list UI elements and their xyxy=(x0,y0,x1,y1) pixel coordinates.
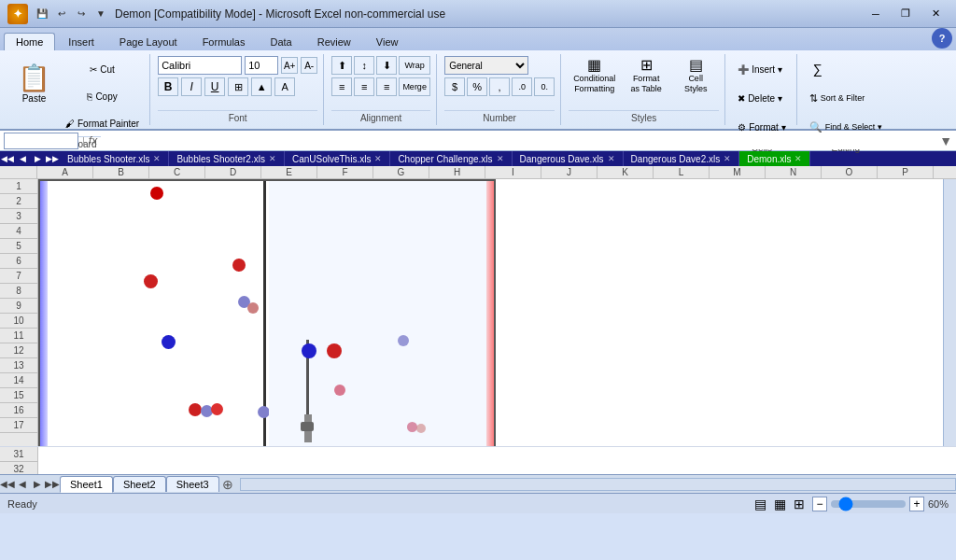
row-header-31[interactable]: 31 xyxy=(0,447,37,462)
format-as-table-btn[interactable]: ⊞ Format as Table xyxy=(623,56,669,93)
col-header-H[interactable]: H xyxy=(429,166,485,179)
wb-scroll-prev-btn[interactable]: ◀ xyxy=(15,151,30,166)
number-format-select[interactable]: General xyxy=(444,56,528,75)
wb-tab-0[interactable]: Bubbles Shooter.xls ✕ xyxy=(60,151,169,166)
align-left-btn[interactable]: ≡ xyxy=(331,77,352,96)
font-color-btn[interactable]: A xyxy=(274,77,295,96)
sheet-tab-sheet1[interactable]: Sheet1 xyxy=(60,476,113,493)
row-header-9[interactable]: 9 xyxy=(0,299,37,314)
sheet-tab-nav-next[interactable]: ▶ xyxy=(30,477,45,492)
tab-data[interactable]: Data xyxy=(258,33,303,50)
redo-quick-btn[interactable]: ↪ xyxy=(73,6,90,22)
merge-btn[interactable]: Merge xyxy=(399,77,430,96)
wb-scroll-left-btn[interactable]: ◀◀ xyxy=(0,151,15,166)
col-header-M[interactable]: M xyxy=(710,166,766,179)
col-header-L[interactable]: L xyxy=(654,166,710,179)
border-btn[interactable]: ⊞ xyxy=(228,77,248,96)
cut-btn[interactable]: ✂Cut xyxy=(61,56,144,82)
fill-color-btn[interactable]: ▲ xyxy=(251,77,272,96)
wb-tab-2[interactable]: CanUSolveThis.xls ✕ xyxy=(285,151,390,166)
tab-page-layout[interactable]: Page Layout xyxy=(107,33,190,50)
view-pagebreak-btn[interactable]: ⊞ xyxy=(794,497,805,511)
align-right-btn[interactable]: ≡ xyxy=(376,77,397,96)
delete-cells-btn[interactable]: ✖ Delete▾ xyxy=(733,85,787,111)
percent-btn[interactable]: % xyxy=(467,77,487,96)
row-header-1[interactable]: 1 xyxy=(0,179,37,194)
underline-btn[interactable]: U xyxy=(204,77,225,96)
row-header-12[interactable]: 12 xyxy=(0,343,37,358)
row-header-32[interactable]: 32 xyxy=(0,462,37,474)
tab-home[interactable]: Home xyxy=(4,33,55,50)
col-header-I[interactable]: I xyxy=(485,166,541,179)
conditional-formatting-btn[interactable]: ▦ Conditional Formatting xyxy=(569,56,620,93)
row-header-5[interactable]: 5 xyxy=(0,239,37,254)
italic-btn[interactable]: I xyxy=(181,77,202,96)
row-header-6[interactable]: 6 xyxy=(0,254,37,269)
sheet-tab-sheet2[interactable]: Sheet2 xyxy=(113,476,166,492)
col-header-E[interactable]: E xyxy=(261,166,317,179)
col-header-C[interactable]: C xyxy=(149,166,205,179)
sheet-tab-sheet3[interactable]: Sheet3 xyxy=(166,476,219,492)
row-header-11[interactable]: 11 xyxy=(0,329,37,343)
sort-filter-btn[interactable]: ⇅ Sort & Filter xyxy=(805,85,870,111)
row-header-8[interactable]: 8 xyxy=(0,284,37,299)
zoom-out-btn[interactable]: − xyxy=(812,497,827,511)
wb-tab-close-6[interactable]: ✕ xyxy=(794,154,802,163)
cell-styles-btn[interactable]: ▤ Cell Styles xyxy=(672,56,719,93)
align-center-btn[interactable]: ≡ xyxy=(354,77,374,96)
copy-btn[interactable]: ⎘Copy xyxy=(61,83,144,109)
view-normal-btn[interactable]: ▤ xyxy=(754,497,766,511)
name-box[interactable] xyxy=(4,133,78,149)
col-header-D[interactable]: D xyxy=(205,166,261,179)
col-header-N[interactable]: N xyxy=(766,166,822,179)
row-header-14[interactable]: 14 xyxy=(0,373,37,388)
sheet-tab-nav-last[interactable]: ▶▶ xyxy=(45,477,60,492)
col-header-O[interactable]: O xyxy=(822,166,878,179)
wb-tab-close-2[interactable]: ✕ xyxy=(374,154,382,163)
bold-btn[interactable]: B xyxy=(158,77,178,96)
increase-font-btn[interactable]: A+ xyxy=(281,57,298,74)
wb-tab-4[interactable]: Dangerous Dave.xls ✕ xyxy=(513,151,624,166)
formula-input[interactable] xyxy=(101,133,935,149)
zoom-slider[interactable] xyxy=(831,500,906,508)
row-header-10[interactable]: 10 xyxy=(0,314,37,329)
col-header-J[interactable]: J xyxy=(541,166,598,179)
tab-formulas[interactable]: Formulas xyxy=(190,33,258,50)
help-btn[interactable]: ? xyxy=(932,28,952,49)
wb-tab-close-4[interactable]: ✕ xyxy=(608,154,615,163)
close-btn[interactable]: ✕ xyxy=(922,5,949,23)
col-header-K[interactable]: K xyxy=(598,166,654,179)
office-logo[interactable]: ✦ xyxy=(7,4,28,24)
wrap-text-btn[interactable]: Wrap xyxy=(399,56,430,75)
comma-btn[interactable]: , xyxy=(489,77,510,96)
row-header-15[interactable]: 15 xyxy=(0,388,37,403)
decrease-font-btn[interactable]: A- xyxy=(301,57,317,74)
align-middle-btn[interactable]: ↕ xyxy=(354,56,374,75)
sheet-tab-nav-prev[interactable]: ◀ xyxy=(15,477,30,492)
col-header-P[interactable]: P xyxy=(878,166,934,179)
font-name-input[interactable] xyxy=(158,56,242,75)
align-bottom-btn[interactable]: ⬇ xyxy=(376,56,397,75)
row-header-7[interactable]: 7 xyxy=(0,269,37,284)
col-header-A[interactable]: A xyxy=(37,166,93,179)
row-header-17[interactable]: 17 xyxy=(0,418,37,433)
add-sheet-btn[interactable]: ⊕ xyxy=(219,477,236,492)
wb-tab-close-1[interactable]: ✕ xyxy=(269,154,276,163)
wb-tab-1[interactable]: Bubbles Shooter2.xls ✕ xyxy=(169,151,285,166)
row-header-16[interactable]: 16 xyxy=(0,403,37,418)
wb-tab-close-0[interactable]: ✕ xyxy=(153,154,161,163)
insert-cells-btn[interactable]: ➕ Insert▾ xyxy=(733,56,787,82)
align-top-btn[interactable]: ⬆ xyxy=(331,56,352,75)
col-header-G[interactable]: G xyxy=(373,166,429,179)
row-header-4[interactable]: 4 xyxy=(0,224,37,239)
wb-scroll-right-btn[interactable]: ▶▶ xyxy=(45,151,60,166)
maximize-btn[interactable]: ❐ xyxy=(893,5,919,23)
font-size-input[interactable] xyxy=(245,56,278,75)
minimize-btn[interactable]: ─ xyxy=(863,5,889,23)
zoom-in-btn[interactable]: + xyxy=(909,497,924,511)
row-header-13[interactable]: 13 xyxy=(0,358,37,373)
wb-scroll-next-btn[interactable]: ▶ xyxy=(30,151,45,166)
quick-access-more-btn[interactable]: ▼ xyxy=(92,6,109,22)
sheet-tab-nav-first[interactable]: ◀◀ xyxy=(0,477,15,492)
paste-btn[interactable]: 📋 Paste xyxy=(9,56,59,110)
